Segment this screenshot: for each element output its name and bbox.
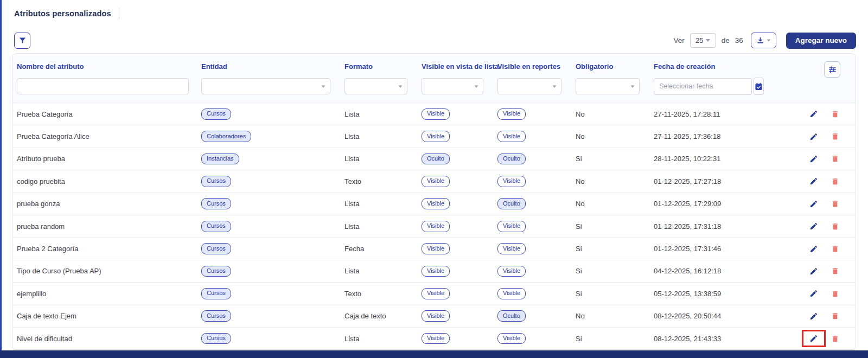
add-new-button[interactable]: Agregar nuevo	[786, 33, 856, 49]
edit-button[interactable]	[802, 218, 826, 235]
visible-reports-badge: Visible	[497, 221, 526, 232]
visible-list-badge: Visible	[422, 131, 450, 142]
delete-button[interactable]	[830, 108, 840, 120]
attributes-table: Nombre del atributo Entidad Formato Visi…	[12, 53, 856, 350]
cell-required: No	[571, 312, 649, 320]
edit-button[interactable]	[802, 240, 826, 258]
delete-button[interactable]	[830, 265, 840, 277]
cell-format: Texto	[340, 177, 417, 186]
calendar-button[interactable]	[754, 78, 764, 95]
date-filter-input[interactable]	[654, 78, 752, 95]
table-row: ejemplillo Cursos Texto Visible Visible …	[12, 282, 856, 304]
required-filter-select[interactable]	[576, 78, 640, 94]
entity-badge: Cursos	[201, 176, 231, 187]
cell-attribute-name: Prueba Categoría	[12, 110, 197, 118]
window-left-edge	[0, 0, 2, 358]
visible-reports-badge: Oculto	[497, 198, 526, 209]
toolbar: Ver 25 de 36 Agregar nuevo	[14, 32, 856, 49]
entity-badge: Cursos	[201, 198, 231, 209]
ver-label: Ver	[673, 36, 684, 44]
edit-button[interactable]	[802, 150, 826, 168]
delete-button[interactable]	[830, 288, 840, 299]
of-label: de	[722, 36, 730, 44]
cell-attribute-name: codigo pruebita	[12, 177, 197, 186]
pencil-icon	[809, 200, 818, 208]
edit-button[interactable]	[802, 172, 826, 190]
table-row: Nivel de dificultad Cursos Lista Visible…	[12, 327, 856, 349]
cell-required: Si	[571, 290, 649, 298]
visible-list-badge: Visible	[422, 333, 450, 344]
cell-attribute-name: Tipo de Curso (Prueba AP)	[12, 267, 197, 275]
cell-created: 01-12-2025, 17:31:46	[649, 245, 792, 253]
edit-button[interactable]	[802, 308, 826, 325]
cell-required: No	[571, 177, 649, 186]
page-header: Atributos personalizados	[0, 0, 868, 19]
col-header-name[interactable]: Nombre del atributo	[12, 62, 197, 71]
column-label-row: Nombre del atributo Entidad Formato Visi…	[12, 54, 856, 72]
edit-button[interactable]	[802, 285, 826, 302]
cell-format: Lista	[340, 222, 417, 231]
visible-reports-badge: Oculto	[497, 310, 526, 322]
table-header: Nombre del atributo Entidad Formato Visi…	[12, 54, 856, 103]
col-header-visible-list[interactable]: Visible en vista de lista	[417, 62, 493, 71]
pencil-icon	[809, 245, 818, 253]
visible-reports-badge: Visible	[497, 266, 526, 277]
table-body: Prueba Categoría Cursos Lista Visible Vi…	[12, 103, 856, 349]
delete-button[interactable]	[830, 333, 840, 344]
edit-button[interactable]	[802, 105, 826, 123]
entity-badge: Cursos	[201, 266, 231, 277]
page-size-select[interactable]: 25	[690, 33, 716, 48]
cell-created: 04-12-2025, 16:12:18	[649, 267, 792, 275]
entity-badge: Instancias	[201, 154, 239, 165]
cell-format: Texto	[340, 290, 417, 298]
table-row: prueba random Cursos Lista Visible Visib…	[12, 215, 856, 237]
download-arrow-icon	[756, 36, 764, 44]
trash-icon	[831, 222, 839, 231]
cell-created: 27-11-2025, 17:28:11	[649, 110, 792, 118]
visible-list-badge: Visible	[422, 221, 450, 232]
trash-icon	[831, 334, 839, 343]
format-filter-select[interactable]	[344, 78, 407, 94]
cell-created: 08-12-2025, 20:50:44	[649, 312, 792, 320]
col-header-format[interactable]: Formato	[340, 62, 417, 71]
cell-created: 08-12-2025, 21:43:33	[649, 335, 792, 343]
cell-attribute-name: prueba random	[12, 222, 197, 231]
delete-button[interactable]	[830, 153, 840, 164]
visible-reports-badge: Oculto	[497, 154, 526, 165]
visible-list-filter-select[interactable]	[422, 78, 483, 94]
table-row: Prueba Categoría Cursos Lista Visible Vi…	[12, 103, 856, 125]
edit-button[interactable]	[802, 330, 826, 347]
entity-badge: Colaboradores	[201, 131, 251, 142]
delete-button[interactable]	[830, 310, 840, 322]
visible-reports-filter-select[interactable]	[497, 78, 561, 94]
window-bottom-bar	[0, 350, 868, 358]
cell-created: 01-12-2025, 17:29:09	[649, 200, 792, 208]
entity-badge: Cursos	[201, 288, 231, 299]
entity-badge: Cursos	[201, 108, 231, 120]
edit-button[interactable]	[802, 263, 826, 280]
entity-filter-select[interactable]	[201, 78, 330, 94]
col-header-created[interactable]: Fecha de creación	[649, 62, 792, 71]
delete-button[interactable]	[830, 221, 840, 232]
name-filter-input[interactable]	[17, 78, 189, 94]
cell-format: Lista	[340, 155, 417, 163]
cell-format: Lista	[340, 132, 417, 140]
edit-button[interactable]	[802, 195, 826, 213]
delete-button[interactable]	[830, 198, 840, 209]
col-header-entity[interactable]: Entidad	[197, 62, 340, 71]
delete-button[interactable]	[830, 176, 840, 187]
trash-icon	[831, 110, 839, 119]
delete-button[interactable]	[830, 131, 840, 142]
page-size-value: 25	[695, 36, 703, 44]
filter-button[interactable]	[14, 33, 30, 49]
download-button[interactable]	[751, 33, 776, 48]
cell-created: 01-12-2025, 17:31:18	[649, 222, 792, 231]
edit-button[interactable]	[802, 128, 826, 145]
col-header-visible-reports[interactable]: Visible en reportes	[493, 62, 571, 71]
col-header-required[interactable]: Obligatorio	[571, 62, 649, 71]
pencil-icon	[809, 155, 818, 163]
cell-created: 28-11-2025, 10:22:31	[649, 155, 792, 163]
delete-button[interactable]	[830, 243, 840, 254]
column-settings-button[interactable]	[824, 61, 840, 78]
cell-attribute-name: Caja de texto Ejem	[12, 312, 197, 320]
